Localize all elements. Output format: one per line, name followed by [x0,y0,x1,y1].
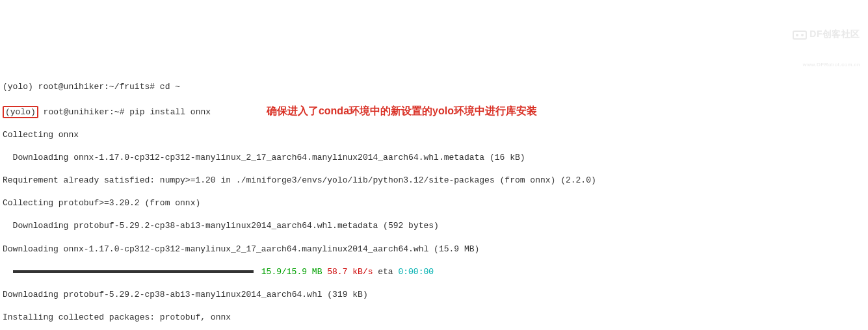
terminal-line: Requirement already satisfied: numpy>=1.… [0,175,868,186]
terminal-line: (yolo) root@unihiker:~# pip install onnx… [0,104,868,118]
progress-line: 15.9/15.9 MB 58.7 kB/s eta 0:00:00 [0,266,868,278]
terminal-line: Downloading protobuf-5.29.2-cp38-abi3-ma… [0,220,868,232]
progress-speed: 58.7 kB/s [322,267,373,277]
watermark-url: www.DFRobot.com.cn [793,62,860,69]
robot-icon [793,31,807,40]
terminal-output: (yolo) root@unihiker:~/fruits# cd ~ (yol… [0,68,868,330]
shell-prompt: root@unihiker:~/fruits# [33,82,160,92]
env-prefix: (yolo) [5,107,36,117]
command-text: cd ~ [160,82,180,92]
terminal-line: Installing collected packages: protobuf,… [0,312,868,324]
progress-size: 15.9/15.9 MB [261,267,322,277]
terminal-line: Collecting onnx [0,129,868,141]
progress-bar [13,270,254,273]
watermark-title: DF创客社区 [809,29,860,39]
terminal-line: Downloading protobuf-5.29.2-cp38-abi3-ma… [0,289,868,301]
annotation-text: 确保进入了conda环境中的新设置的yolo环境中进行库安装 [267,105,537,116]
command-text: pip install onnx [129,107,211,117]
highlighted-env-box: (yolo) [3,106,38,118]
terminal-line: (yolo) root@unihiker:~/fruits# cd ~ [0,81,868,93]
terminal-line: Collecting protobuf>=3.20.2 (from onnx) [0,197,868,209]
env-prefix: (yolo) [3,82,33,92]
terminal-line: Downloading onnx-1.17.0-cp312-cp312-many… [0,244,868,255]
progress-eta-label: eta [373,267,398,277]
terminal-line: Downloading onnx-1.17.0-cp312-cp312-many… [0,152,868,164]
progress-eta: 0:00:00 [398,267,434,277]
shell-prompt: root@unihiker:~# [38,107,129,117]
